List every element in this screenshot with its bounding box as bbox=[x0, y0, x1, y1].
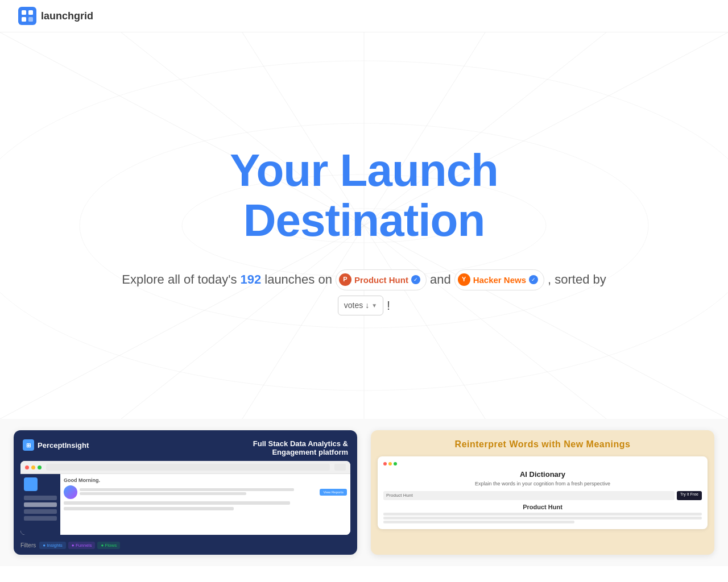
card-inner-content: Good Morning. View Reports bbox=[20, 474, 350, 535]
logo-icon bbox=[18, 7, 36, 25]
svg-rect-3 bbox=[22, 17, 26, 22]
svg-rect-4 bbox=[28, 17, 33, 22]
card-right-inner: AI Dictionary Explain the words in your … bbox=[371, 456, 714, 536]
card-left-footer: Filters ● Insights ● Funnels ● Flows bbox=[14, 539, 357, 555]
hero-content: Your Launch Destination Explore all of t… bbox=[108, 146, 620, 317]
producthunt-check: ✓ bbox=[411, 275, 420, 284]
ai-dict-word: Product Hunt bbox=[383, 504, 702, 510]
filter-flows: ● Flows bbox=[97, 542, 120, 549]
cards-section: ⊞ PerceptInsight Full Stack Data Analyti… bbox=[0, 419, 728, 566]
ai-dictionary-screenshot: AI Dictionary Explain the words in your … bbox=[378, 456, 708, 529]
dot-red bbox=[383, 462, 387, 465]
view-reports-btn[interactable]: View Reports bbox=[320, 489, 347, 496]
ai-dict-search-input[interactable]: Product Hunt bbox=[383, 491, 675, 500]
avatar-graphic bbox=[64, 485, 77, 499]
producthunt-icon: P bbox=[339, 273, 351, 286]
dot-green bbox=[394, 462, 397, 465]
browser-dot-yellow bbox=[31, 465, 35, 469]
hero-title: Your Launch Destination bbox=[108, 146, 620, 246]
perceptinsight-logo-text: PerceptInsight bbox=[38, 441, 89, 450]
definition-line-1 bbox=[383, 513, 702, 516]
header: launchgrid bbox=[0, 0, 728, 32]
sidebar-item-home bbox=[24, 496, 57, 500]
text-line-1 bbox=[80, 488, 294, 491]
ai-dict-definition-lines bbox=[383, 513, 702, 523]
input-value: Product Hunt bbox=[383, 491, 675, 500]
svg-rect-0 bbox=[18, 7, 36, 25]
sidebar-item-active bbox=[24, 502, 57, 507]
browser-bar bbox=[20, 461, 350, 474]
logo[interactable]: launchgrid bbox=[18, 7, 93, 25]
sidebar-item-4 bbox=[24, 516, 57, 521]
definition-line-2 bbox=[383, 517, 702, 519]
sort-label: votes ↓ bbox=[344, 298, 369, 313]
card-left-header: ⊞ PerceptInsight Full Stack Data Analyti… bbox=[14, 430, 357, 461]
svg-rect-1 bbox=[22, 10, 26, 15]
card-aidictionary[interactable]: Reinterpret Words with New Meanings AI D… bbox=[371, 430, 714, 555]
filters-label: Filters bbox=[20, 542, 36, 548]
chevron-down-icon: ▼ bbox=[371, 301, 377, 311]
sidebar-item-3 bbox=[24, 509, 57, 514]
try-it-free-btn[interactable]: Try It Free bbox=[677, 491, 702, 500]
hero-subtitle: Explore all of today's 192 launches on P… bbox=[108, 268, 620, 317]
card-right-title: Reinterpret Words with New Meanings bbox=[380, 439, 705, 450]
card-inner-sidebar bbox=[20, 474, 60, 535]
launch-count: 192 bbox=[241, 268, 262, 291]
card-inner-screenshot: Good Morning. View Reports bbox=[20, 461, 350, 535]
ai-dict-title: AI Dictionary bbox=[383, 470, 702, 479]
browser-url-bar bbox=[46, 464, 330, 471]
progress-bar-2 bbox=[64, 507, 234, 510]
filter-tags: ● Insights ● Funnels ● Flows bbox=[39, 542, 120, 549]
producthunt-name: Product Hunt bbox=[354, 272, 408, 288]
hackernews-badge[interactable]: Y Hacker News ✓ bbox=[454, 269, 544, 290]
hackernews-name: Hacker News bbox=[473, 272, 526, 288]
smart-reports-row: View Reports bbox=[64, 485, 347, 499]
card-inner-main: Good Morning. View Reports bbox=[60, 474, 350, 535]
browser-dots-row bbox=[383, 462, 702, 465]
progress-bar bbox=[64, 501, 290, 505]
svg-rect-2 bbox=[28, 10, 33, 15]
dot-yellow bbox=[388, 462, 392, 465]
producthunt-badge[interactable]: P Product Hunt ✓ bbox=[336, 269, 427, 290]
hero-section: Your Launch Destination Explore all of t… bbox=[0, 32, 728, 419]
perceptinsight-logo-icon: ⊞ bbox=[23, 439, 34, 451]
filter-funnels: ● Funnels bbox=[68, 542, 96, 549]
text-line-2 bbox=[80, 492, 246, 495]
hackernews-check: ✓ bbox=[529, 275, 538, 284]
greeting-text: Good Morning. bbox=[64, 477, 347, 483]
card-right-header: Reinterpret Words with New Meanings bbox=[371, 430, 714, 452]
card-left-title: Full Stack Data Analytics & Engagement p… bbox=[234, 439, 348, 456]
card-logo: ⊞ PerceptInsight bbox=[23, 439, 89, 451]
definition-line-3 bbox=[383, 521, 574, 523]
browser-dot-green bbox=[38, 465, 42, 469]
filter-insights: ● Insights bbox=[39, 542, 66, 549]
browser-dot-red bbox=[25, 465, 29, 469]
hackernews-icon: Y bbox=[458, 273, 470, 286]
logo-text: launchgrid bbox=[41, 10, 93, 22]
sidebar-logo-small bbox=[24, 477, 38, 491]
sort-dropdown[interactable]: votes ↓ ▼ bbox=[338, 296, 383, 315]
browser-controls bbox=[334, 464, 346, 471]
ai-dict-input-row: Product Hunt Try It Free bbox=[383, 491, 702, 500]
card-perceptinsight[interactable]: ⊞ PerceptInsight Full Stack Data Analyti… bbox=[14, 430, 357, 555]
ai-dict-subtitle: Explain the words in your cognition from… bbox=[383, 481, 702, 487]
smart-reports-text bbox=[80, 488, 317, 496]
